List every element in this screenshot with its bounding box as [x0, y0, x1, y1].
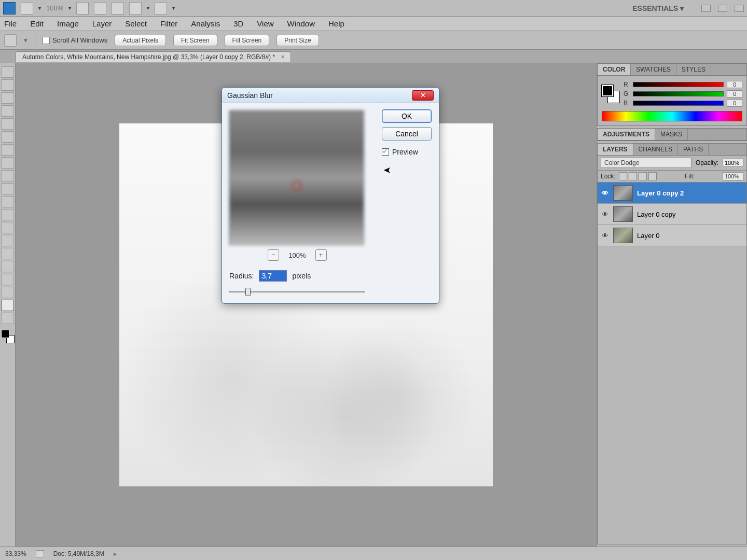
layer-row[interactable]: 👁 Layer 0 copy 2	[598, 183, 746, 204]
zoom-tool-icon[interactable]	[2, 313, 14, 324]
menu-image[interactable]: Image	[57, 19, 79, 28]
3d-tool-icon[interactable]	[2, 287, 14, 298]
g-value[interactable]: 0	[727, 90, 742, 97]
minimize-icon[interactable]	[701, 5, 711, 12]
r-slider[interactable]	[633, 82, 724, 87]
close-icon[interactable]: ✕	[412, 90, 434, 101]
layer-row[interactable]: 👁 Layer 0	[598, 225, 746, 246]
menu-edit[interactable]: Edit	[30, 19, 44, 28]
tab-color[interactable]: COLOR	[598, 64, 631, 75]
tab-swatches[interactable]: SWATCHES	[631, 64, 676, 75]
gradient-tool-icon[interactable]	[2, 196, 14, 207]
radius-slider[interactable]	[229, 287, 365, 296]
blend-mode-select[interactable]: Color Dodge	[601, 158, 691, 168]
actual-pixels-button[interactable]: Actual Pixels	[115, 35, 166, 46]
menu-window[interactable]: Window	[287, 19, 315, 28]
chevron-down-icon[interactable]: ▾	[147, 5, 149, 11]
blur-tool-icon[interactable]	[2, 209, 14, 220]
hand-tool-icon[interactable]	[2, 300, 14, 311]
close-icon[interactable]	[735, 5, 744, 12]
visibility-icon[interactable]: 👁	[601, 189, 609, 197]
wand-tool-icon[interactable]	[2, 105, 14, 117]
checkbox-icon[interactable]	[43, 37, 50, 44]
b-slider[interactable]	[633, 101, 724, 106]
crop-tool-icon[interactable]	[2, 118, 14, 130]
preview-checkbox-wrap[interactable]: Preview	[382, 148, 432, 156]
menu-filter[interactable]: Filter	[160, 19, 177, 28]
zoom-out-button[interactable]: −	[268, 249, 279, 261]
chevron-down-icon[interactable]: ▾	[38, 5, 41, 11]
fg-color-swatch[interactable]	[1, 330, 9, 338]
lasso-tool-icon[interactable]	[2, 92, 14, 104]
fill-screen-button[interactable]: Fill Screen	[225, 35, 270, 46]
chevron-down-icon[interactable]: ▾	[68, 5, 71, 11]
b-value[interactable]: 0	[727, 100, 742, 107]
tab-layers[interactable]: LAYERS	[598, 144, 633, 155]
move-tool-icon[interactable]	[2, 66, 14, 78]
close-icon[interactable]: ×	[281, 53, 284, 61]
type-tool-icon[interactable]	[2, 248, 14, 259]
current-tool-icon[interactable]	[4, 34, 17, 47]
tab-paths[interactable]: PATHS	[678, 144, 709, 155]
layer-thumbnail[interactable]	[613, 206, 633, 222]
fg-swatch-icon[interactable]	[602, 85, 613, 96]
ok-button[interactable]: OK	[382, 109, 432, 123]
lock-position-icon[interactable]	[639, 172, 647, 180]
document-tab[interactable]: Autumn Colors, White Mountains, New Hamp…	[16, 51, 291, 62]
color-swatch-fgbg[interactable]	[602, 85, 619, 103]
tab-styles[interactable]: STYLES	[676, 64, 711, 75]
shape-tool-icon[interactable]	[2, 274, 14, 285]
menu-help[interactable]: Help	[328, 19, 344, 28]
slider-thumb-icon[interactable]	[245, 288, 251, 296]
status-icon[interactable]	[36, 550, 44, 557]
eraser-tool-icon[interactable]	[2, 183, 14, 194]
menu-select[interactable]: Select	[125, 19, 147, 28]
tab-adjustments[interactable]: ADJUSTMENTS	[598, 129, 655, 140]
history-brush-tool-icon[interactable]	[2, 170, 14, 181]
marquee-tool-icon[interactable]	[2, 79, 14, 91]
fill-input[interactable]: 100%	[723, 172, 743, 180]
tab-channels[interactable]: CHANNELS	[633, 144, 678, 155]
filter-preview[interactable]	[229, 110, 364, 245]
lock-pixels-icon[interactable]	[629, 172, 637, 180]
checkbox-icon[interactable]	[382, 148, 389, 156]
zoom-in-button[interactable]: +	[315, 249, 327, 261]
fit-screen-button[interactable]: Fit Screen	[173, 35, 217, 46]
chevron-down-icon[interactable]: ▾	[172, 5, 175, 11]
cancel-button[interactable]: Cancel	[382, 127, 432, 141]
workspace-switcher[interactable]: ESSENTIALS ▾	[632, 4, 694, 12]
stamp-tool-icon[interactable]	[2, 157, 14, 169]
layer-thumbnail[interactable]	[613, 185, 633, 201]
layer-row[interactable]: 👁 Layer 0 copy	[598, 204, 746, 225]
brush-tool-icon[interactable]	[2, 144, 14, 156]
scroll-all-checkbox-wrap[interactable]: Scroll All Windows	[43, 36, 107, 44]
print-size-button[interactable]: Print Size	[276, 35, 319, 46]
screen-mode-icon[interactable]	[129, 2, 142, 15]
menu-layer[interactable]: Layer	[92, 19, 112, 28]
layer-thumbnail[interactable]	[613, 228, 633, 243]
quick-arrange-icon[interactable]	[21, 2, 33, 15]
visibility-icon[interactable]: 👁	[601, 231, 609, 240]
arrange-icon[interactable]	[155, 2, 167, 15]
dialog-title-bar[interactable]: Gaussian Blur ✕	[222, 88, 439, 103]
g-slider[interactable]	[633, 91, 724, 96]
lock-transparency-icon[interactable]	[619, 172, 627, 180]
tab-masks[interactable]: MASKS	[655, 129, 688, 140]
dodge-tool-icon[interactable]	[2, 222, 14, 233]
zoom-tool-icon[interactable]	[112, 2, 124, 15]
radius-input[interactable]: 3,7	[259, 270, 287, 282]
menu-3d[interactable]: 3D	[233, 19, 243, 28]
rotate-view-icon[interactable]	[94, 2, 106, 15]
opacity-input[interactable]: 100%	[723, 159, 743, 167]
chevron-right-icon[interactable]: ▸	[114, 550, 117, 557]
r-value[interactable]: 0	[727, 81, 742, 88]
status-zoom[interactable]: 33,33%	[5, 550, 26, 557]
pen-tool-icon[interactable]	[2, 235, 14, 246]
fg-bg-swatch[interactable]	[1, 330, 15, 343]
lock-all-icon[interactable]	[648, 172, 657, 180]
visibility-icon[interactable]: 👁	[601, 210, 609, 218]
eyedropper-tool-icon[interactable]	[2, 131, 14, 143]
top-zoom-level[interactable]: 100%	[46, 4, 63, 12]
menu-analysis[interactable]: Analysis	[191, 19, 220, 28]
menu-view[interactable]: View	[257, 19, 273, 28]
